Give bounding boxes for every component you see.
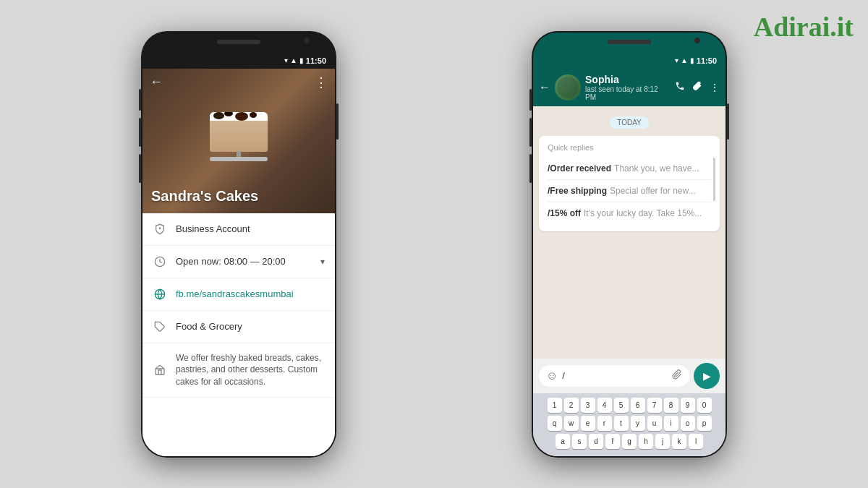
phone2-top-bar: [533, 33, 726, 53]
key-t[interactable]: t: [614, 416, 629, 431]
svg-rect-5: [156, 369, 164, 374]
key-g[interactable]: g: [622, 434, 637, 449]
more-options-icon[interactable]: ⋮: [710, 82, 720, 93]
svg-point-0: [159, 227, 161, 229]
business-account-item: Business Account: [142, 213, 335, 246]
power-button: [336, 103, 339, 140]
qwerty-row: q w e r t y u i o p: [536, 416, 723, 431]
key-7[interactable]: 7: [647, 398, 662, 413]
key-r[interactable]: r: [597, 416, 612, 431]
key-q[interactable]: q: [548, 416, 562, 431]
key-6[interactable]: 6: [631, 398, 645, 413]
emoji-icon[interactable]: ☺: [546, 369, 558, 382]
numbers-row: 1 2 3 4 5 6 7 8 9 0: [536, 398, 723, 413]
phone2-time: 11:50: [697, 56, 717, 65]
phone1-inner: ▾ ▲ ▮ 11:50: [142, 33, 335, 456]
phone2-battery-icon: ▮: [690, 56, 694, 64]
building-icon: [153, 363, 167, 377]
key-h[interactable]: h: [639, 434, 653, 449]
key-j[interactable]: j: [655, 434, 670, 449]
phone2-bixby: [529, 154, 532, 183]
category-text: Food & Grocery: [176, 321, 325, 332]
key-u[interactable]: u: [647, 416, 662, 431]
website-link[interactable]: fb.me/sandrascakesmumbai: [176, 288, 325, 299]
phone-icon[interactable]: [675, 81, 685, 93]
volume-down-button: [139, 118, 141, 147]
hours-item: Open now: 08:00 — 20:00 ▾: [142, 246, 335, 278]
phone1-frame: ▾ ▲ ▮ 11:50: [141, 31, 336, 458]
contact-name: Sophia: [585, 74, 671, 85]
phone1-back-button[interactable]: ←: [150, 74, 163, 90]
key-s[interactable]: s: [572, 434, 587, 449]
key-l[interactable]: l: [689, 434, 703, 449]
scroll-indicator: [713, 158, 715, 201]
key-9[interactable]: 9: [681, 398, 695, 413]
asdf-row: a s d f g h j k l: [536, 434, 723, 449]
business-header-image: ← ⋮ Sandra's Cakes: [142, 69, 335, 213]
whatsapp-chat-header: ← Sophia last seen today at 8:12 PM: [533, 69, 726, 106]
phone1-time: 11:50: [306, 56, 326, 65]
key-5[interactable]: 5: [614, 398, 629, 413]
watermark: Adirai.it: [754, 11, 854, 43]
quick-reply-shipping[interactable]: /Free shipping Special offer for new...: [548, 180, 711, 202]
key-1[interactable]: 1: [548, 398, 562, 413]
phone2-inner: ▾ ▲ ▮ 11:50 ← Sophia last seen today at …: [533, 33, 726, 456]
key-e[interactable]: e: [581, 416, 595, 431]
attachment-header-icon[interactable]: [692, 81, 702, 93]
chat-area: TODAY Quick replies /Order received Than…: [533, 106, 726, 359]
category-item: Food & Grocery: [142, 311, 335, 343]
shield-icon: [153, 222, 167, 236]
contact-avatar: [555, 74, 581, 100]
quick-reply-order[interactable]: /Order received Thank you, we have...: [548, 158, 711, 180]
date-divider: TODAY: [539, 115, 720, 129]
key-y[interactable]: y: [631, 416, 645, 431]
contact-status: last seen today at 8:12 PM: [585, 85, 671, 101]
key-f[interactable]: f: [605, 434, 620, 449]
key-3[interactable]: 3: [581, 398, 595, 413]
phone2-frame: ▾ ▲ ▮ 11:50 ← Sophia last seen today at …: [532, 31, 727, 458]
phone1-speaker: [217, 40, 260, 44]
chat-back-button[interactable]: ←: [539, 81, 550, 94]
key-p[interactable]: p: [697, 416, 712, 431]
battery-icon: ▮: [299, 56, 304, 64]
phone1-menu-button[interactable]: ⋮: [315, 74, 328, 90]
hours-text: Open now: 08:00 — 20:00: [176, 256, 312, 267]
key-2[interactable]: 2: [564, 398, 579, 413]
key-a[interactable]: a: [556, 434, 570, 449]
key-4[interactable]: 4: [597, 398, 612, 413]
message-input-container[interactable]: ☺ /: [539, 365, 689, 387]
business-name: Sandra's Cakes: [151, 188, 258, 205]
key-k[interactable]: k: [672, 434, 686, 449]
website-item[interactable]: fb.me/sandrascakesmumbai: [142, 278, 335, 311]
avatar-image: [557, 77, 579, 98]
quick-reply-discount[interactable]: /15% off It's your lucky day. Take 15%..…: [548, 202, 711, 224]
phone2-volume-up: [529, 89, 532, 111]
phone1-status-bar: ▾ ▲ ▮ 11:50: [142, 53, 335, 69]
keyboard: 1 2 3 4 5 6 7 8 9 0 q w: [533, 393, 726, 456]
header-actions: ⋮: [675, 81, 720, 93]
clock-icon: [153, 254, 167, 269]
slash-indicator: /: [562, 370, 668, 381]
bixby-button: [139, 154, 141, 183]
phone2-wifi-icon: ▾: [675, 56, 678, 64]
key-i[interactable]: i: [664, 416, 678, 431]
globe-icon: [153, 287, 167, 301]
quick-replies-title: Quick replies: [548, 143, 711, 152]
key-0[interactable]: 0: [697, 398, 712, 413]
expand-icon[interactable]: ▾: [320, 257, 325, 267]
key-o[interactable]: o: [681, 416, 695, 431]
paperclip-icon[interactable]: [672, 369, 682, 382]
date-badge: TODAY: [610, 116, 649, 129]
key-w[interactable]: w: [564, 416, 579, 431]
key-d[interactable]: d: [589, 434, 603, 449]
discount-shortcut: /15% off: [548, 208, 581, 218]
send-button[interactable]: ▶: [694, 363, 720, 389]
shipping-shortcut: /Free shipping: [548, 186, 607, 196]
phone1-content: ← ⋮ Sandra's Cakes Busines: [142, 69, 335, 456]
phone2-camera: [694, 38, 700, 43]
phone2-status-bar: ▾ ▲ ▮ 11:50: [533, 53, 726, 69]
contact-info: Sophia last seen today at 8:12 PM: [585, 74, 671, 101]
key-8[interactable]: 8: [664, 398, 678, 413]
quick-replies-card: Quick replies /Order received Thank you,…: [539, 136, 720, 231]
phone1-camera: [304, 38, 310, 43]
